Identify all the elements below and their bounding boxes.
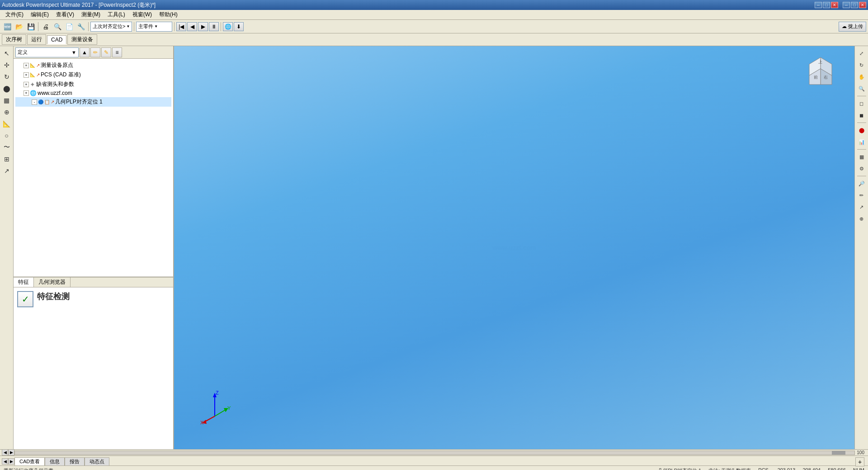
viewport[interactable]: 前 右 上 Z Y X www.uzzf.com — [174, 46, 854, 449]
tab-run[interactable]: 运行 — [27, 34, 46, 45]
menu-edit[interactable]: 编辑(E) — [27, 10, 52, 19]
app-min-button[interactable]: ─ — [843, 2, 850, 8]
rt-pan-button[interactable]: ✋ — [856, 71, 867, 82]
menu-view[interactable]: 查看(V) — [52, 10, 78, 19]
tree-item-pcs[interactable]: + 📐 ↗ PCS (CAD 基准) — [15, 70, 171, 80]
lt-measure-button[interactable]: 📐 — [1, 118, 12, 129]
tab-cad-view[interactable]: CAD查看 — [14, 457, 45, 465]
tree-expand-2[interactable]: + — [24, 72, 29, 78]
rt-sep2 — [857, 122, 866, 123]
tree-icon-device-2: ↗ — [36, 63, 40, 68]
tree-icon-device-1: 📐 — [30, 63, 35, 68]
lt-arrow-button[interactable]: ↗ — [1, 165, 12, 176]
lt-target-button[interactable]: ⊕ — [1, 107, 12, 118]
tab-feature[interactable]: 特征 — [14, 277, 34, 287]
tab-dynamic-point[interactable]: 动态点 — [85, 457, 109, 465]
tree-expand-3[interactable]: + — [24, 82, 29, 87]
open-button[interactable]: 📂 — [14, 21, 24, 32]
menu-help[interactable]: 帮助(H) — [156, 10, 181, 19]
rt-arrow-button[interactable]: ↗ — [856, 202, 867, 212]
lt-align-button[interactable]: ⊞ — [1, 154, 12, 164]
play-start-button[interactable]: |◀ — [176, 22, 186, 31]
tab-report[interactable]: 报告 — [65, 457, 85, 465]
tree-filter-dropdown[interactable]: 定义 ▼ — [15, 47, 79, 57]
tab-tree[interactable]: 次序树 — [2, 34, 26, 45]
tree-item-probe-params[interactable]: + ✦ 缺省测头和参数 — [15, 80, 171, 89]
menu-window[interactable]: 视窗(W) — [129, 10, 156, 19]
alignment-dropdown[interactable]: 上次对齐定位> ▼ — [90, 22, 132, 32]
tab-geo-browser[interactable]: 几何浏览器 — [34, 277, 71, 287]
alignment-dropdown-value: 上次对齐定位> — [93, 23, 125, 30]
horizontal-scrollbar[interactable] — [14, 451, 855, 455]
tree-item-url[interactable]: + 🌐 www.uzzf.com — [15, 89, 171, 97]
app-close-button[interactable]: ✕ — [859, 2, 866, 8]
settings-button[interactable]: 🔧 — [75, 21, 86, 32]
tree-panel: 定义 ▼ ▲ ✏ ✎ ≡ + 📐 ↗ 测量设备原点 — [14, 46, 173, 277]
play-prev-button[interactable]: ◀ — [187, 22, 197, 31]
titlebar-buttons: ─ □ ✕ ─ □ ✕ — [815, 2, 866, 8]
doc-button[interactable]: 📄 — [64, 21, 75, 32]
rt-zoom-fit-button[interactable]: ⤢ — [856, 48, 867, 59]
tree-expand-1[interactable]: + — [24, 63, 29, 68]
rt-solid-button[interactable]: ◼ — [856, 110, 867, 121]
cloud-upload-button[interactable]: ☁ 拢上传 — [839, 22, 866, 32]
tree-filter-value: 定义 — [18, 49, 28, 56]
toolbar-sep3 — [134, 22, 134, 31]
rt-cross-button[interactable]: ⊕ — [856, 213, 867, 224]
cloud-globe-button[interactable]: 🌐 — [223, 22, 233, 31]
toolbar-sep2 — [88, 22, 89, 31]
rt-rotate-button[interactable]: ↻ — [856, 60, 867, 70]
lt-sphere-button[interactable]: ⬤ — [1, 83, 12, 94]
tab-nav-left[interactable]: ◀ — [2, 458, 8, 465]
menu-measure[interactable]: 测量(M) — [78, 10, 104, 19]
rt-edit-button[interactable]: ✏ — [856, 190, 867, 201]
part-dropdown[interactable]: 主零件 ▼ — [136, 22, 172, 32]
tree-pencil-button[interactable]: ✎ — [101, 47, 111, 57]
svg-line-10 — [215, 409, 226, 416]
rt-zoom-button[interactable]: 🔍 — [856, 83, 867, 94]
tree-menu-button[interactable]: ≡ — [112, 47, 122, 57]
rt-settings-button[interactable]: ⚙ — [856, 163, 867, 174]
feature-check-icon: ✓ — [22, 294, 29, 305]
tree-item-plp-align[interactable]: - 🔵 📋 ↗ 几何PLP对齐定位 1 — [15, 97, 171, 107]
lt-grid-button[interactable]: ▦ — [1, 95, 12, 106]
rt-chart-button[interactable]: 📊 — [856, 136, 867, 147]
play-pause-button[interactable]: ⏸ — [209, 22, 219, 31]
status-z: 580.666 — [828, 467, 846, 470]
scroll-left-button[interactable]: ◀ — [2, 449, 8, 456]
lt-path-button[interactable]: 〜 — [1, 142, 12, 153]
inner-close-button[interactable]: ✕ — [831, 2, 838, 8]
tree-item-device-origin[interactable]: + 📐 ↗ 测量设备原点 — [15, 61, 171, 70]
tree-expand-4[interactable]: + — [24, 90, 29, 96]
view-cube[interactable]: 前 右 上 — [805, 55, 836, 87]
import-button[interactable]: ⬇ — [234, 22, 244, 31]
menu-file[interactable]: 文件(E) — [2, 10, 27, 19]
tab-info[interactable]: 信息 — [45, 457, 65, 465]
tree-up-button[interactable]: ▲ — [80, 47, 90, 57]
tab-nav-right[interactable]: ▶ — [8, 458, 14, 465]
lt-circle-button[interactable]: ○ — [1, 130, 12, 141]
lt-rotate-button[interactable]: ↻ — [1, 71, 12, 82]
print-button[interactable]: 🖨 — [40, 21, 51, 32]
lt-cursor-button[interactable]: ↖ — [1, 48, 12, 59]
rt-red-button[interactable]: ⬤ — [856, 125, 867, 136]
tab-cad[interactable]: CAD — [47, 35, 66, 44]
zoom-button[interactable]: 🔍 — [52, 21, 63, 32]
app-max-button[interactable]: □ — [851, 2, 858, 8]
tree-edit-button[interactable]: ✏ — [90, 47, 100, 57]
new-button[interactable]: 🆕 — [2, 21, 13, 32]
feature-check-button[interactable]: ✓ — [17, 291, 33, 307]
status-mode: NUM — [853, 467, 864, 470]
play-next-button[interactable]: ▶ — [198, 22, 208, 31]
tab-measure-device[interactable]: 测量设备 — [67, 34, 97, 45]
tree-expand-5[interactable]: - — [32, 99, 37, 105]
scroll-right-button[interactable]: ▶ — [8, 449, 14, 456]
rt-magnify-button[interactable]: 🔎 — [856, 178, 867, 189]
rt-grid-button[interactable]: ▦ — [856, 151, 867, 162]
save-button[interactable]: 💾 — [25, 21, 36, 32]
lt-move-button[interactable]: ✢ — [1, 60, 12, 70]
inner-max-button[interactable]: □ — [823, 2, 830, 8]
menu-tools[interactable]: 工具(L) — [104, 10, 129, 19]
inner-min-button[interactable]: ─ — [815, 2, 822, 8]
rt-wireframe-button[interactable]: ◻ — [856, 98, 867, 109]
